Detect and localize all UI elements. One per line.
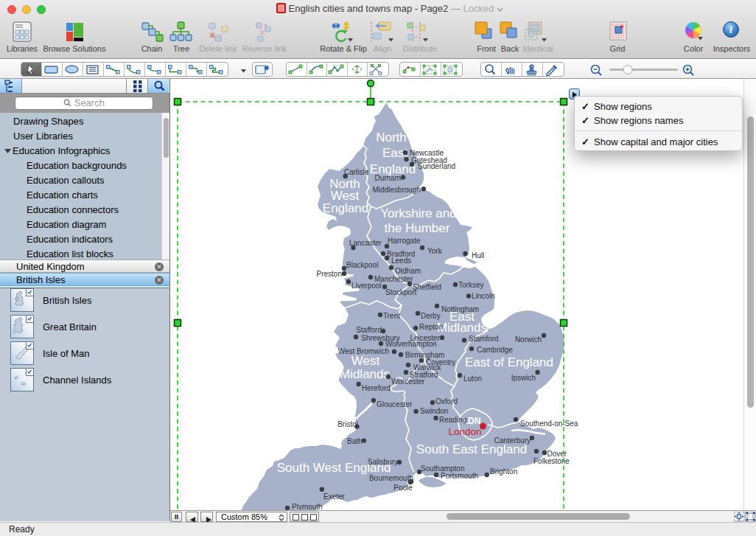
svg-text:i: i xyxy=(729,24,732,35)
svg-text:Southampton: Southampton xyxy=(421,464,465,473)
svg-text:West Bromwich: West Bromwich xyxy=(338,347,389,355)
svg-text:Folkestone: Folkestone xyxy=(533,457,570,465)
svg-text:Salisbury: Salisbury xyxy=(368,458,398,466)
svg-text:London: London xyxy=(448,426,481,437)
svg-text:Liverpool: Liverpool xyxy=(351,282,382,290)
svg-text:Bath: Bath xyxy=(347,437,363,445)
svg-text:Wolverhampton: Wolverhampton xyxy=(385,340,437,348)
svg-text:Southend-on-Sea: Southend-on-Sea xyxy=(520,420,578,428)
svg-text:Oldham: Oldham xyxy=(395,267,421,275)
svg-text:Oxford: Oxford xyxy=(435,397,458,406)
svg-text:Lincoln: Lincoln xyxy=(472,292,495,300)
svg-text:North: North xyxy=(376,130,407,145)
svg-text:Nottingham: Nottingham xyxy=(441,305,479,313)
svg-text:Preston: Preston xyxy=(317,270,342,278)
svg-text:Stockport: Stockport xyxy=(385,288,416,296)
svg-text:Sheffield: Sheffield xyxy=(413,283,441,291)
svg-text:Torksey: Torksey xyxy=(458,281,483,289)
svg-text:Brighton: Brighton xyxy=(490,467,517,476)
svg-text:Bournemouth: Bournemouth xyxy=(369,474,413,482)
svg-text:Carlisle: Carlisle xyxy=(344,168,369,176)
svg-text:Gloucester: Gloucester xyxy=(377,400,413,408)
svg-text:Leeds: Leeds xyxy=(391,257,411,265)
svg-text:Plymouth: Plymouth xyxy=(292,503,323,510)
svg-text:Hereford: Hereford xyxy=(362,384,391,392)
svg-text:Blackpool: Blackpool xyxy=(346,261,378,269)
svg-text:Poole: Poole xyxy=(393,484,413,492)
svg-text:Sunderland: Sunderland xyxy=(418,162,455,170)
svg-text:Bristol: Bristol xyxy=(337,420,358,428)
svg-text:Stafford: Stafford xyxy=(356,326,382,334)
svg-text:Trent: Trent xyxy=(383,312,400,320)
svg-text:Middlesbrough: Middlesbrough xyxy=(372,186,421,194)
svg-text:Hull: Hull xyxy=(472,251,484,260)
svg-text:Worcester: Worcester xyxy=(391,377,425,386)
svg-text:Midlands: Midlands xyxy=(437,321,487,335)
svg-text:Canterbury: Canterbury xyxy=(494,436,531,445)
svg-text:Harrogate: Harrogate xyxy=(388,237,421,245)
svg-text:York: York xyxy=(427,247,443,255)
svg-text:Luton: Luton xyxy=(463,375,482,383)
svg-text:Norwich: Norwich xyxy=(515,335,542,344)
svg-text:Exeter: Exeter xyxy=(323,493,346,501)
svg-text:Portsmouth: Portsmouth xyxy=(441,472,478,480)
svg-text:Ipswich: Ipswich xyxy=(511,374,536,382)
svg-text:Midlands: Midlands xyxy=(340,367,390,381)
svg-text:Derby: Derby xyxy=(421,312,441,320)
svg-text:Stamford: Stamford xyxy=(469,335,499,343)
svg-text:East of England: East of England xyxy=(465,355,553,369)
svg-text:Yorkshire and: Yorkshire and xyxy=(380,206,456,220)
svg-text:Lancaster: Lancaster xyxy=(349,239,382,247)
svg-text:Reading: Reading xyxy=(439,416,466,424)
svg-text:West: West xyxy=(351,354,380,368)
svg-text:Durham: Durham xyxy=(374,174,401,182)
svg-text:Swindon: Swindon xyxy=(420,407,448,415)
svg-text:Cambridge: Cambridge xyxy=(477,346,513,354)
svg-text:the Humber: the Humber xyxy=(385,221,450,235)
svg-text:England: England xyxy=(323,201,368,215)
svg-text:Repton: Repton xyxy=(419,323,443,331)
